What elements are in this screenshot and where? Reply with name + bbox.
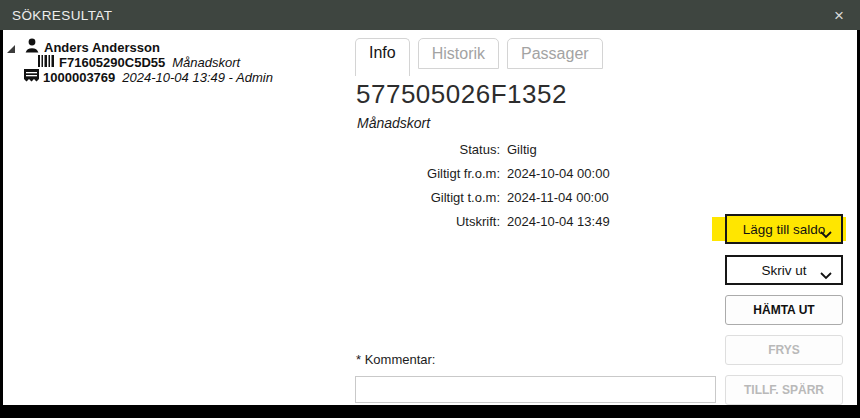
barcode-icon	[38, 55, 55, 70]
tab-bar: Info Historik Passager	[355, 38, 603, 76]
titlebar: SÖKRESULTAT ×	[0, 0, 860, 30]
field-valid-from-value: 2024-10-04 00:00	[507, 166, 727, 182]
receipt-icon	[24, 69, 39, 85]
card-type: Månadskort	[172, 55, 240, 70]
field-valid-to-label: Giltigt t.o.m:	[300, 190, 500, 206]
window-border-left	[0, 30, 3, 407]
tree-expander-icon[interactable]	[6, 42, 16, 52]
field-status-label: Status:	[300, 142, 500, 158]
tree-item-person[interactable]: Anders Andersson	[6, 38, 160, 56]
add-balance-button[interactable]: Lägg till saldo	[725, 214, 843, 244]
card-number: 577505026F1352	[356, 79, 567, 110]
receipt-meta: 2024-10-04 13:49 - Admin	[122, 70, 273, 85]
tree-item-card[interactable]: F71605290C5D55 Månadskort	[38, 55, 240, 70]
temp-block-button[interactable]: TILLF. SPÄRR	[725, 375, 843, 405]
window-title: SÖKRESULTAT	[12, 8, 112, 23]
tree-item-receipt[interactable]: 1000003769 2024-10-04 13:49 - Admin	[24, 69, 273, 85]
window-bottom-bar	[0, 405, 860, 418]
person-name: Anders Andersson	[44, 40, 160, 55]
search-result-window: SÖKRESULTAT × Anders Andersson F71	[0, 0, 860, 420]
field-printed-label: Utskrift:	[300, 214, 500, 230]
chevron-down-icon	[820, 227, 832, 242]
pickup-button[interactable]: HÄMTA UT	[725, 295, 843, 325]
comment-label: * Kommentar:	[356, 352, 435, 367]
field-valid-to-value: 2024-11-04 00:00	[507, 190, 727, 206]
field-valid-from-label: Giltigt fr.o.m:	[300, 166, 500, 182]
print-label: Skriv ut	[761, 263, 806, 278]
chevron-down-icon	[820, 268, 832, 283]
receipt-id: 1000003769	[43, 70, 115, 85]
add-balance-label: Lägg till saldo	[743, 222, 826, 237]
person-icon	[24, 38, 40, 56]
tab-historik[interactable]: Historik	[418, 38, 499, 69]
comment-input[interactable]	[355, 376, 716, 403]
close-icon[interactable]: ×	[830, 5, 848, 26]
print-button[interactable]: Skriv ut	[725, 255, 843, 285]
freeze-button[interactable]: FRYS	[725, 335, 843, 365]
card-id: F71605290C5D55	[59, 55, 165, 70]
tab-passager[interactable]: Passager	[507, 38, 603, 69]
tab-info[interactable]: Info	[355, 38, 410, 76]
field-printed-value: 2024-10-04 13:49	[507, 214, 727, 230]
field-status-value: Giltig	[507, 142, 727, 158]
card-type-label: Månadskort	[357, 115, 430, 131]
